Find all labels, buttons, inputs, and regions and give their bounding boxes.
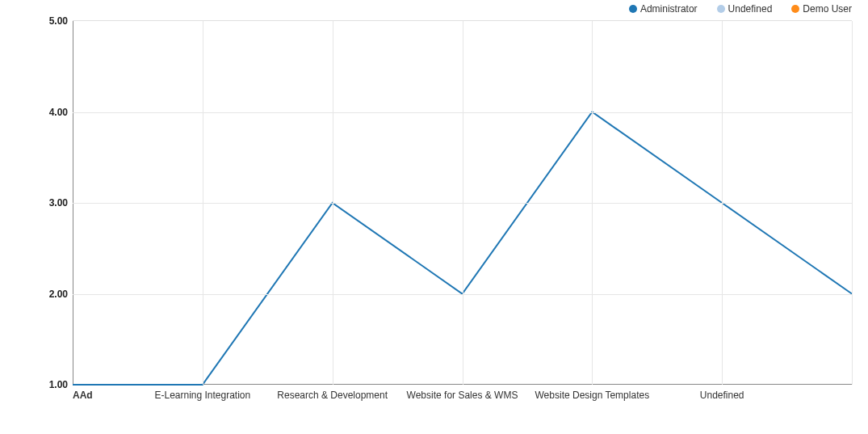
grid-line: [333, 21, 333, 385]
legend-item-administrator[interactable]: Administrator: [629, 3, 698, 15]
plot-area: 1.002.003.004.005.00AAdE-Learning Integr…: [73, 20, 852, 385]
legend-item-undefined[interactable]: Undefined: [717, 3, 773, 15]
x-tick-label: Website Design Templates: [535, 390, 650, 401]
grid-line: [203, 21, 203, 385]
y-tick-label: 2.00: [49, 289, 68, 300]
legend: Administrator Undefined Demo User: [629, 3, 852, 15]
legend-label: Administrator: [640, 3, 698, 15]
x-tick-label: AAd: [73, 390, 93, 401]
y-tick-label: 3.00: [49, 197, 68, 209]
legend-label: Demo User: [803, 3, 852, 15]
legend-label: Undefined: [728, 3, 773, 15]
grid-line: [463, 21, 463, 385]
chart-container: Administrator Undefined Demo User 1.002.…: [0, 0, 868, 434]
x-tick-label: Website for Sales & WMS: [407, 390, 518, 401]
x-tick-label: Research & Development: [277, 390, 388, 401]
grid-line: [722, 21, 723, 385]
y-tick-label: 1.00: [49, 379, 68, 390]
y-tick-label: 5.00: [49, 15, 68, 27]
x-tick-label: Undefined: [700, 390, 744, 401]
legend-dot-icon: [629, 5, 637, 13]
legend-item-demo-user[interactable]: Demo User: [791, 3, 852, 15]
legend-dot-icon: [791, 5, 799, 13]
legend-dot-icon: [717, 5, 725, 13]
grid-line: [592, 21, 593, 385]
grid-line: [852, 21, 853, 385]
y-tick-label: 4.00: [49, 107, 68, 118]
x-tick-label: E-Learning Integration: [154, 390, 250, 401]
